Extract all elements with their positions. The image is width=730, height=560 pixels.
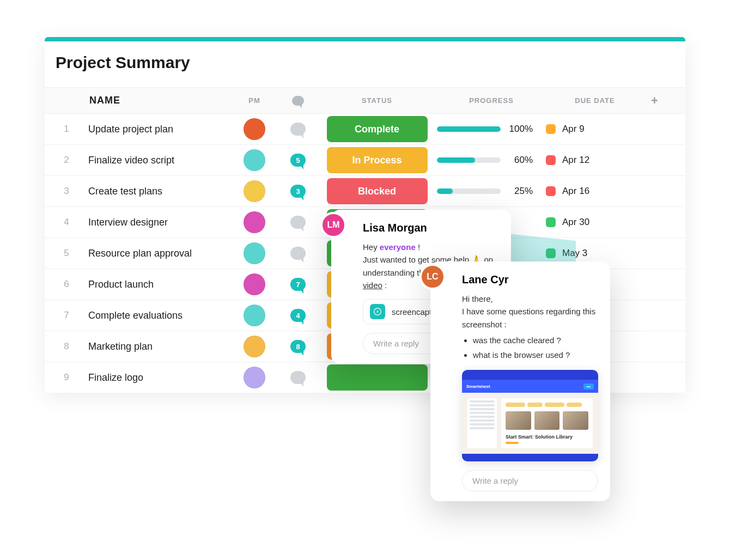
header-status: STATUS (317, 96, 437, 105)
avatar: LC (419, 264, 446, 290)
progress-bar (437, 188, 501, 194)
comment-bubble[interactable]: 5 (290, 154, 306, 167)
row-index: 1 (45, 124, 88, 135)
table-row[interactable]: 1Update project planComplete100%Apr 9 (45, 113, 685, 144)
task-name[interactable]: Create test plans (88, 186, 230, 197)
table-row[interactable]: 3Create test plans3Blocked25%Apr 16 (45, 175, 685, 206)
status-pill[interactable]: In Process (327, 147, 428, 173)
preview-caption: Start Smart: Solution Library (506, 434, 588, 440)
due-status-dot (546, 248, 556, 258)
row-index: 6 (45, 279, 88, 290)
header-progress: PROGRESS (437, 96, 546, 105)
svg-marker-2 (377, 311, 379, 313)
comment-body: Hi there, I have some questions regardin… (462, 293, 598, 361)
due-date: Apr 16 (562, 186, 589, 197)
attachment-name: screencapt (392, 307, 431, 316)
add-column-button[interactable]: + (644, 94, 666, 108)
progress-label: 100% (507, 124, 533, 135)
pm-avatar[interactable] (244, 367, 265, 388)
task-name[interactable]: Update project plan (88, 124, 230, 135)
table-header-row: NAME PM STATUS PROGRESS DUE DATE + (45, 87, 685, 113)
pm-avatar[interactable] (244, 118, 265, 140)
task-name[interactable]: Interview designer (88, 217, 230, 228)
screenshot-preview[interactable]: Smartsheet ••• Start Smart: Solution Lib… (462, 370, 598, 461)
task-name[interactable]: Resource plan approval (88, 248, 230, 259)
comment-bubble-icon (292, 96, 304, 106)
comment-bubble[interactable] (290, 216, 306, 229)
progress-label: 60% (507, 155, 533, 166)
avatar: LM (320, 212, 346, 238)
pm-avatar[interactable] (244, 180, 265, 202)
play-icon (370, 304, 385, 319)
comment-bubble[interactable]: 3 (290, 185, 306, 198)
task-name[interactable]: Complete evaluations (88, 310, 230, 321)
row-index: 3 (45, 186, 88, 197)
question-item: what is the browser used ? (473, 349, 598, 361)
task-name[interactable]: Finalize video script (88, 155, 230, 166)
header-pm: PM (230, 96, 279, 105)
task-name[interactable]: Finalize logo (88, 372, 230, 384)
due-date: May 3 (562, 248, 587, 259)
video-link[interactable]: video (363, 281, 382, 290)
status-pill[interactable]: Complete (327, 116, 428, 142)
comment-bubble[interactable]: 4 (290, 309, 306, 322)
comment-popup-lane: LC Lane Cyr Hi there, I have some questi… (430, 261, 610, 501)
due-status-dot (546, 124, 556, 134)
row-index: 2 (45, 155, 88, 166)
row-index: 8 (45, 341, 88, 352)
task-name[interactable]: Marketing plan (88, 341, 230, 352)
preview-brand: Smartsheet (466, 384, 490, 389)
header-name: NAME (88, 95, 230, 106)
question-item: was the cache cleared ? (473, 334, 598, 346)
progress-bar (437, 157, 501, 163)
accent-bar (45, 37, 685, 41)
status-pill[interactable]: Blocked (327, 178, 428, 204)
pm-avatar[interactable] (244, 211, 265, 233)
comment-bubble[interactable]: 8 (290, 340, 306, 353)
comment-bubble[interactable] (290, 123, 306, 136)
row-index: 4 (45, 217, 88, 228)
pm-avatar[interactable] (244, 273, 265, 295)
pm-avatar[interactable] (244, 242, 265, 264)
reply-input[interactable] (462, 470, 598, 491)
pm-avatar[interactable] (244, 305, 265, 326)
row-index: 5 (45, 248, 88, 259)
comment-author: Lane Cyr (462, 273, 598, 286)
status-pill[interactable] (327, 364, 428, 391)
pm-avatar[interactable] (244, 336, 265, 357)
row-index: 9 (45, 372, 88, 383)
due-status-dot (546, 155, 556, 165)
due-date: Apr 12 (562, 155, 589, 166)
due-status-dot (546, 186, 556, 196)
pm-avatar[interactable] (244, 149, 265, 171)
due-status-dot (546, 217, 556, 227)
task-name[interactable]: Product launch (88, 279, 230, 290)
comment-bubble[interactable] (290, 371, 306, 384)
due-date: Apr 9 (562, 124, 585, 135)
comment-bubble[interactable] (290, 247, 306, 260)
row-index: 7 (45, 310, 88, 321)
header-comments-icon (279, 96, 317, 106)
table-row[interactable]: 2Finalize video script5In Process60%Apr … (45, 144, 685, 175)
comment-bubble[interactable]: 7 (290, 278, 306, 291)
due-date: Apr 30 (562, 217, 589, 228)
progress-label: 25% (507, 186, 533, 197)
comment-author: Lisa Morgan (363, 222, 499, 234)
preview-cta: ••• (583, 384, 594, 389)
header-due-date: DUE DATE (546, 96, 644, 105)
mention[interactable]: everyone (380, 242, 416, 252)
page-title: Project Summary (45, 41, 685, 87)
progress-bar (437, 126, 501, 132)
